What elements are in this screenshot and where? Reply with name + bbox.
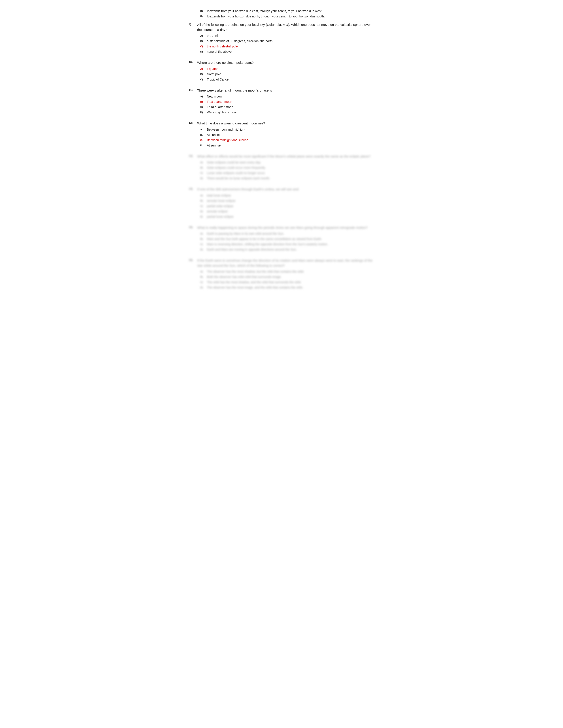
answer-9a-label: A) [200, 34, 205, 38]
question-16-answers: A) The observer has the most shadow, but… [200, 269, 374, 290]
answer-12a-label: A. [200, 127, 205, 132]
answer-15d: D) Earth and Mars are moving in opposite… [200, 247, 374, 252]
preamble-continuation: D) It extends from your horizon due east… [189, 9, 374, 19]
answer-12b: B. At sunset [200, 133, 374, 137]
answer-16c-text: The orbit has the most shadow, and the o… [207, 280, 374, 285]
question-15-text: What is really happening to space during… [197, 225, 374, 230]
question-15: 15) What is really happening to space du… [189, 225, 374, 252]
question-9-text: All of the following are points on your … [197, 22, 374, 32]
answer-10c: C) Tropic of Cancer [200, 77, 374, 82]
answer-16a-text: The observer has the most shadow, but th… [207, 269, 374, 274]
question-14-num: 14) [189, 187, 195, 192]
answer-12d-text: At sunrise [207, 143, 374, 148]
answer-12d-label: D. [200, 143, 205, 148]
question-11-text: Three weeks after a full moon, the moon'… [197, 88, 374, 93]
question-10-answers: A) Equator B) North pole C) Tropic of Ca… [200, 67, 374, 82]
answer-16b-label: B) [200, 275, 205, 279]
question-15-answers: A) Earth is passing by Mars in its own o… [200, 231, 374, 252]
question-13-line: 13) What effect or effects would be most… [189, 154, 374, 159]
question-11-line: 11) Three weeks after a full moon, the m… [189, 88, 374, 93]
answer-12b-label: B. [200, 133, 205, 137]
question-12-line: 12) What time does a waning crescent moo… [189, 121, 374, 126]
answer-9c-label: C) [200, 44, 205, 49]
answer-14c: C) partial solar eclipse [200, 204, 374, 208]
question-15-line: 15) What is really happening to space du… [189, 225, 374, 230]
answer-12c-label: C. [200, 138, 205, 143]
question-9-line: 9) All of the following are points on yo… [189, 22, 374, 32]
answer-15b-text: Mars and the Sun both appear to be in th… [207, 237, 374, 241]
answer-14e: E) partial lunar eclipse [200, 214, 374, 219]
question-16-text: If the Earth were to somehow change the … [197, 258, 374, 268]
answer-10b-text: North pole [207, 72, 374, 77]
answer-9b: B) a star altitude of 30 degrees, direct… [200, 39, 374, 43]
answer-11a-label: A) [200, 94, 205, 99]
answer-11c: C) Third quarter moon [200, 105, 374, 109]
answer-11b-text: First quarter moon [207, 99, 374, 104]
answer-16c-label: C) [200, 280, 205, 285]
answer-16d-label: D) [200, 285, 205, 290]
answer-13a-label: A) [200, 160, 205, 165]
answer-9d-text: none of the above [207, 49, 374, 54]
question-11: 11) Three weeks after a full moon, the m… [189, 88, 374, 115]
answer-9a: A) the zenith [200, 34, 374, 38]
answer-9b-label: B) [200, 39, 205, 43]
answer-15c-label: C) [200, 242, 205, 247]
answer-15b: B) Mars and the Sun both appear to be in… [200, 237, 374, 241]
question-12-num: 12) [189, 121, 195, 126]
answer-15c-text: Mars is reversing direction, shifting th… [207, 242, 374, 247]
answer-15a: A) Earth is passing by Mars in its own o… [200, 231, 374, 236]
answer-9d: D) none of the above [200, 49, 374, 54]
answer-15d-text: Earth and Mars are moving in opposite di… [207, 247, 374, 252]
answer-10b: B) North pole [200, 72, 374, 77]
answer-14d: D) annular eclipse [200, 209, 374, 214]
answer-12c: C. Between midnight and sunrise [200, 138, 374, 143]
question-10-text: Where are there no circumpolar stars? [197, 60, 374, 65]
answer-12a: A. Between noon and midnight [200, 127, 374, 132]
answer-9a-text: the zenith [207, 34, 374, 38]
question-9-answers: A) the zenith B) a star altitude of 30 d… [200, 34, 374, 54]
question-14-answers: A) total lunar eclipse B) annular lunar … [200, 193, 374, 219]
question-10-num: 10) [189, 60, 195, 65]
answer-16b-text: Both the observer has orbit orbit that s… [207, 275, 374, 279]
question-10: 10) Where are there no circumpolar stars… [189, 60, 374, 82]
answer-9c: C) the north celestial pole [200, 44, 374, 49]
question-16: 16) If the Earth were to somehow change … [189, 258, 374, 290]
answer-16a: A) The observer has the most shadow, but… [200, 269, 374, 274]
answer-13b-label: B) [200, 165, 205, 170]
answer-14a: A) total lunar eclipse [200, 193, 374, 198]
answer-9d-label: D) [200, 49, 205, 54]
answer-11d: D) Waning gibbous moon [200, 110, 374, 115]
answer-12a-text: Between noon and midnight [207, 127, 374, 132]
answer-11d-label: D) [200, 110, 205, 115]
answer-15c: C) Mars is reversing direction, shifting… [200, 242, 374, 247]
preamble-d-label: D) [200, 9, 205, 13]
question-16-num: 16) [189, 258, 195, 268]
question-12: 12) What time does a waning crescent moo… [189, 121, 374, 148]
question-13-num: 13) [189, 154, 195, 159]
answer-16d: D) The observer has the most image, and … [200, 285, 374, 290]
answer-14d-label: D) [200, 209, 205, 214]
answer-14e-label: E) [200, 214, 205, 219]
answer-12d: D. At sunrise [200, 143, 374, 148]
question-16-line: 16) If the Earth were to somehow change … [189, 258, 374, 268]
question-11-answers: A) New moon B) First quarter moon C) Thi… [200, 94, 374, 115]
preamble-e: E) It extends from your horizon due nort… [200, 14, 374, 19]
answer-14e-text: partial lunar eclipse [207, 214, 374, 219]
answer-11a-text: New moon [207, 94, 374, 99]
answer-15d-label: D) [200, 247, 205, 252]
question-14-line: 14) If one of the 400 astronomers throug… [189, 187, 374, 192]
answer-13b: B) Solar eclipses could occur more frequ… [200, 165, 374, 170]
answer-9b-text: a star altitude of 30 degrees, direction… [207, 39, 374, 43]
answer-15a-label: A) [200, 231, 205, 236]
answer-14a-text: total lunar eclipse [207, 193, 374, 198]
answer-9c-text: the north celestial pole [207, 44, 374, 49]
question-9-num: 9) [189, 22, 195, 32]
answer-13a: A) Solar eclipses could be seen every da… [200, 160, 374, 165]
preamble-d-text: It extends from your horizon due east, t… [207, 9, 374, 13]
answer-13b-text: Solar eclipses could occur more frequent… [207, 165, 374, 170]
preamble-d: D) It extends from your horizon due east… [200, 9, 374, 13]
answer-15a-text: Earth is passing by Mars in its own orbi… [207, 231, 374, 236]
preamble-e-label: E) [200, 14, 205, 19]
answer-10a-text: Equator [207, 67, 374, 71]
answer-10c-text: Tropic of Cancer [207, 77, 374, 82]
